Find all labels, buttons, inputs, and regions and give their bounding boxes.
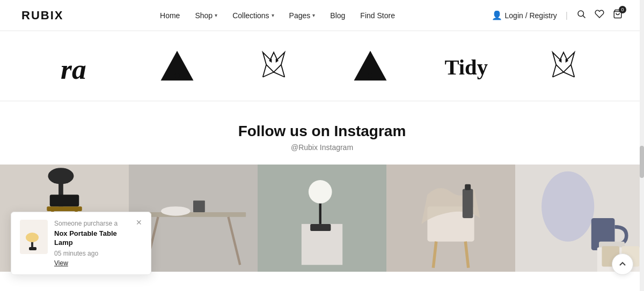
popup-view-link[interactable]: View <box>54 259 129 267</box>
chevron-down-icon: ▾ <box>312 12 315 18</box>
wishlist-button[interactable] <box>595 9 604 21</box>
nav-findstore-label: Find Store <box>360 11 395 20</box>
instagram-header: Follow us on Instagram @Rubix Instagram <box>0 123 644 152</box>
instagram-heading: Follow us on Instagram <box>0 123 644 140</box>
cart-count: 0 <box>619 6 626 13</box>
scrollbar-thumb[interactable] <box>640 146 644 178</box>
search-button[interactable] <box>576 9 586 21</box>
svg-text:ra: ra <box>61 53 86 82</box>
nav-home-label: Home <box>160 11 180 20</box>
svg-marker-6 <box>262 53 284 72</box>
svg-rect-45 <box>463 189 473 218</box>
nav-shop-label: Shop <box>195 11 213 20</box>
instagram-photo-3[interactable] <box>258 165 386 272</box>
nav-item-shop[interactable]: Shop ▾ <box>195 11 217 20</box>
brand-strip: ra Tidy <box>0 31 644 101</box>
svg-rect-46 <box>465 184 471 190</box>
nav-item-findstore[interactable]: Find Store <box>360 11 395 20</box>
nav-blog-label: Blog <box>330 11 345 20</box>
svg-marker-16 <box>552 53 574 72</box>
svg-rect-24 <box>47 206 82 211</box>
chevron-down-icon: ▾ <box>272 12 274 18</box>
popup-product-name: Nox Portable Table Lamp <box>54 229 129 248</box>
svg-point-5 <box>174 73 179 78</box>
svg-point-39 <box>309 180 332 204</box>
brand-fox2[interactable] <box>526 47 601 85</box>
svg-rect-29 <box>50 195 79 206</box>
popup-close-button[interactable]: ✕ <box>136 219 142 226</box>
header: RUBIX Home Shop ▾ Collections ▾ Pages ▾ … <box>0 0 644 31</box>
svg-point-48 <box>541 171 594 242</box>
purchase-popup: Someone purcharse a Nox Portable Table L… <box>11 212 151 272</box>
popup-time: 05 minutes ago <box>54 250 129 257</box>
main-nav: Home Shop ▾ Collections ▾ Pages ▾ Blog F… <box>160 11 395 20</box>
svg-point-28 <box>48 168 74 184</box>
nav-item-blog[interactable]: Blog <box>330 11 345 20</box>
svg-point-0 <box>578 11 584 17</box>
nav-item-collections[interactable]: Collections ▾ <box>232 11 274 20</box>
nav-item-home[interactable]: Home <box>160 11 180 20</box>
user-icon: 👤 <box>492 10 502 20</box>
login-label: Login / Registry <box>505 11 557 20</box>
svg-point-34 <box>161 206 191 215</box>
brand-fox1[interactable] <box>236 47 311 85</box>
svg-point-14 <box>368 73 372 78</box>
popup-content: Someone purcharse a Nox Portable Table L… <box>54 220 129 267</box>
svg-text:Tidy: Tidy <box>444 55 488 79</box>
scroll-to-top-button[interactable] <box>612 253 633 272</box>
popup-product-thumbnail <box>20 220 48 254</box>
svg-line-1 <box>583 16 585 18</box>
popup-someone-text: Someone purcharse a <box>54 220 129 227</box>
header-actions: 👤 Login / Registry | 0 <box>492 9 623 21</box>
svg-rect-57 <box>29 247 36 250</box>
svg-rect-40 <box>310 224 331 231</box>
logo[interactable]: RUBIX <box>21 9 63 23</box>
nav-item-pages[interactable]: Pages ▾ <box>289 11 316 20</box>
svg-point-56 <box>26 233 39 242</box>
nav-collections-label: Collections <box>232 11 269 20</box>
divider: | <box>566 11 568 20</box>
nav-pages-label: Pages <box>289 11 311 20</box>
svg-rect-35 <box>193 200 205 212</box>
brand-ra[interactable]: ra <box>43 47 118 85</box>
cart-button[interactable]: 0 <box>613 9 623 21</box>
brand-triangle2[interactable] <box>333 47 408 85</box>
instagram-handle: @Rubix Instagram <box>0 143 644 152</box>
chevron-down-icon: ▾ <box>215 12 217 18</box>
brand-tidy[interactable]: Tidy <box>429 47 504 85</box>
scrollbar[interactable] <box>640 0 644 272</box>
svg-rect-31 <box>141 212 246 217</box>
login-registry-link[interactable]: 👤 Login / Registry <box>492 10 557 20</box>
instagram-photo-4[interactable] <box>386 165 515 272</box>
brand-triangle1[interactable] <box>140 47 215 85</box>
